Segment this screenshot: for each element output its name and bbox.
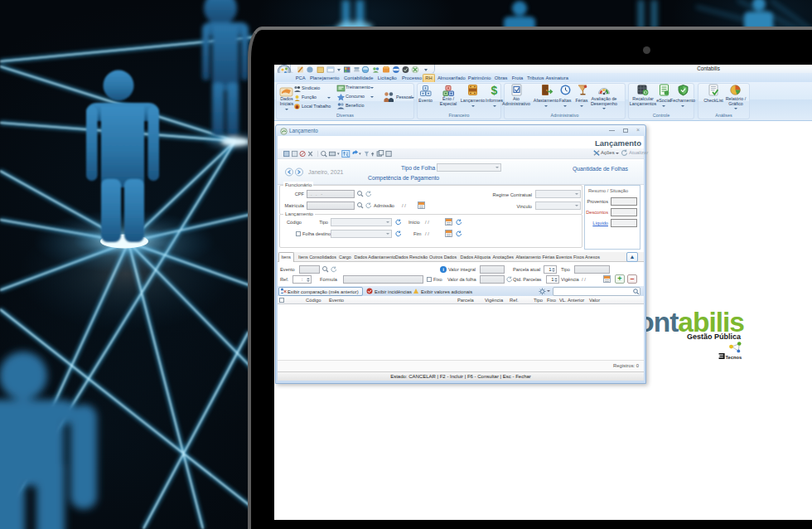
svg-text:$: $: [491, 84, 498, 97]
svg-text:Tecnos: Tecnos: [725, 355, 742, 360]
